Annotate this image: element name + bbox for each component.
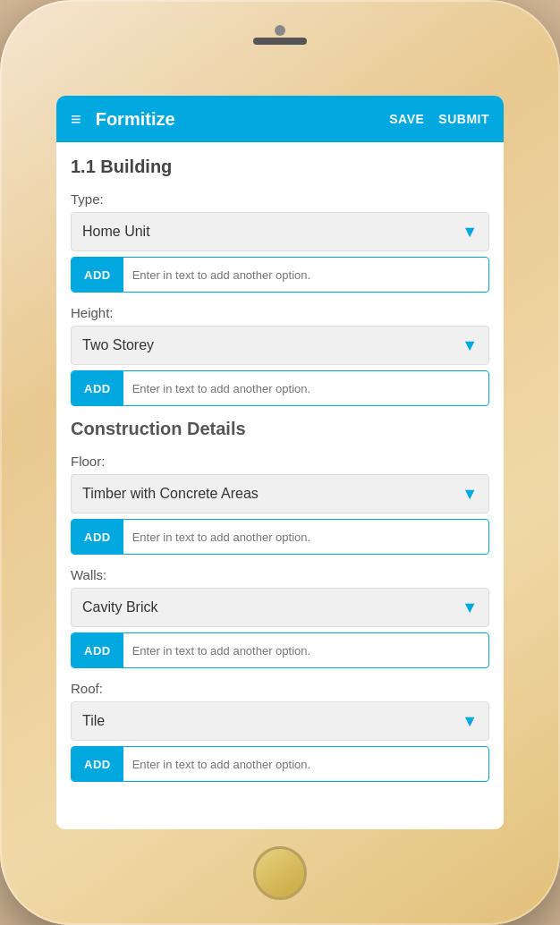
roof-add-button[interactable]: ADD (72, 747, 123, 781)
height-add-input[interactable] (123, 382, 488, 395)
type-select[interactable]: Home Unit ▼ (71, 212, 489, 251)
floor-label: Floor: (71, 454, 489, 469)
roof-value: Tile (82, 713, 462, 729)
height-add-button[interactable]: ADD (72, 371, 123, 405)
roof-select[interactable]: Tile ▼ (71, 701, 489, 741)
height-value: Two Storey (82, 337, 462, 353)
walls-label: Walls: (71, 567, 489, 582)
roof-add-input[interactable] (123, 758, 488, 771)
save-button[interactable]: SAVE (389, 112, 424, 126)
floor-select[interactable]: Timber with Concrete Areas ▼ (71, 474, 489, 513)
type-add-row: ADD (71, 257, 489, 293)
walls-add-button[interactable]: ADD (72, 633, 123, 667)
floor-add-row: ADD (71, 519, 489, 555)
hamburger-icon[interactable]: ≡ (71, 109, 81, 130)
roof-label: Roof: (71, 681, 489, 696)
roof-add-row: ADD (71, 746, 489, 782)
submit-button[interactable]: SUBMIT (438, 112, 489, 126)
roof-dropdown-arrow: ▼ (462, 712, 478, 731)
floor-add-input[interactable] (123, 530, 488, 544)
type-add-button[interactable]: ADD (72, 258, 123, 292)
walls-select[interactable]: Cavity Brick ▼ (71, 588, 489, 627)
type-value: Home Unit (82, 224, 462, 240)
app-screen: ≡ Formitize SAVE SUBMIT 1.1 Building Typ… (56, 96, 504, 829)
home-button[interactable] (253, 846, 307, 900)
walls-add-row: ADD (71, 632, 489, 668)
app-title: Formitize (96, 109, 390, 130)
main-content: 1.1 Building Type: Home Unit ▼ ADD Heigh… (56, 142, 504, 829)
walls-value: Cavity Brick (82, 599, 462, 615)
height-dropdown-arrow: ▼ (462, 336, 478, 355)
type-add-input[interactable] (123, 268, 488, 282)
construction-title: Construction Details (71, 419, 489, 439)
floor-add-button[interactable]: ADD (72, 520, 123, 554)
phone-screen: ≡ Formitize SAVE SUBMIT 1.1 Building Typ… (56, 96, 504, 829)
app-header: ≡ Formitize SAVE SUBMIT (56, 96, 504, 142)
height-add-row: ADD (71, 370, 489, 406)
phone-frame: ≡ Formitize SAVE SUBMIT 1.1 Building Typ… (0, 0, 560, 925)
walls-add-input[interactable] (123, 644, 488, 658)
walls-dropdown-arrow: ▼ (462, 598, 478, 617)
height-select[interactable]: Two Storey ▼ (71, 326, 489, 365)
floor-dropdown-arrow: ▼ (462, 485, 478, 504)
floor-value: Timber with Concrete Areas (82, 486, 462, 502)
height-label: Height: (71, 305, 489, 320)
type-dropdown-arrow: ▼ (462, 223, 478, 242)
section-title: 1.1 Building (71, 157, 489, 177)
type-label: Type: (71, 191, 489, 207)
